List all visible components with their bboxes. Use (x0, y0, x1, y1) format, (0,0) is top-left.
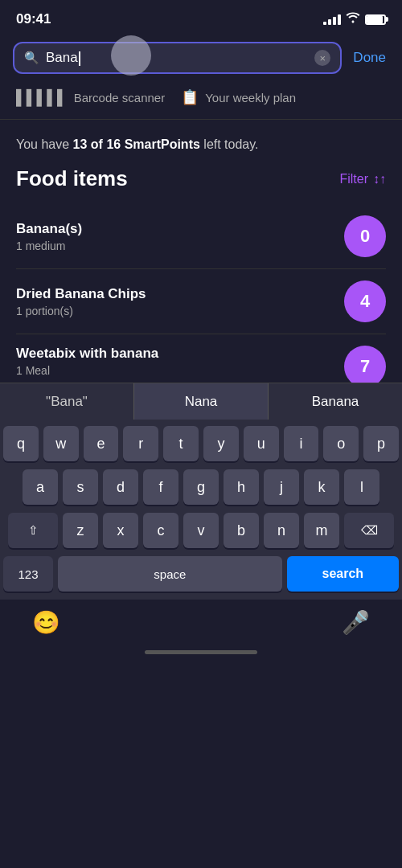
search-input-wrapper[interactable]: 🔍 Bana × (13, 42, 342, 74)
emoji-icon[interactable]: 😊 (32, 609, 60, 636)
key-i[interactable]: i (284, 426, 319, 461)
suggestion-banana[interactable]: Banana (269, 383, 402, 420)
key-o[interactable]: o (323, 426, 359, 461)
done-button[interactable]: Done (350, 47, 389, 69)
food-item-partial[interactable]: Weetabix with banana 1 Meal 7 (16, 334, 386, 383)
weekly-plan-label: Your weekly plan (205, 91, 296, 104)
key-e[interactable]: e (84, 426, 119, 461)
food-item-info: Weetabix with banana 1 Meal (16, 346, 158, 377)
key-n[interactable]: n (264, 513, 299, 548)
suggestion-label: "Bana" (46, 394, 88, 410)
keyboard: q w e r t y u i o p a s d f g h j k l ⇧ … (0, 420, 402, 600)
status-time: 09:41 (16, 11, 51, 27)
key-backspace[interactable]: ⌫ (344, 513, 394, 548)
smartpoints-text-after: left today. (200, 137, 259, 151)
battery-icon (365, 14, 386, 25)
barcode-icon: ▌▌▌▌▌ (16, 89, 68, 106)
food-item-name: Banana(s) (16, 221, 82, 237)
barcode-label: Barcode scanner (74, 91, 165, 104)
suggestion-label: Nana (185, 394, 218, 410)
key-u[interactable]: u (244, 426, 279, 461)
filter-label: Filter (339, 172, 368, 186)
search-text: Bana (46, 50, 78, 65)
signal-icon (323, 14, 341, 25)
barcode-scanner-button[interactable]: ▌▌▌▌▌ Barcode scanner (16, 88, 165, 106)
key-p[interactable]: p (363, 426, 399, 461)
key-f[interactable]: f (143, 469, 178, 505)
key-s[interactable]: s (63, 469, 98, 505)
search-input-value[interactable]: Bana (46, 50, 308, 66)
food-item[interactable]: Dried Banana Chips 1 portion(s) 4 (16, 269, 386, 334)
food-item-detail: 1 portion(s) (16, 305, 146, 317)
food-item-detail: 1 medium (16, 240, 82, 252)
key-space[interactable]: space (58, 556, 282, 592)
bottom-icons-row: 😊 🎤 (0, 609, 402, 636)
food-section: Food items Filter ↕↑ Banana(s) 1 medium … (0, 166, 402, 383)
quick-actions: ▌▌▌▌▌ Barcode scanner 📋 Your weekly plan (0, 80, 402, 120)
food-item-detail: 1 Meal (16, 364, 158, 377)
food-item-points: 0 (344, 215, 386, 257)
filter-button[interactable]: Filter ↕↑ (339, 172, 386, 186)
key-t[interactable]: t (163, 426, 199, 461)
keyboard-row-1: q w e r t y u i o p (3, 426, 399, 461)
key-search[interactable]: search (287, 556, 399, 592)
suggestion-quoted[interactable]: "Bana" (0, 383, 134, 420)
food-item-name: Weetabix with banana (16, 346, 158, 362)
food-item-info: Dried Banana Chips 1 portion(s) (16, 286, 146, 317)
status-icons (323, 12, 386, 27)
key-123[interactable]: 123 (3, 556, 53, 592)
key-y[interactable]: y (203, 426, 239, 461)
suggestion-nana[interactable]: Nana (134, 383, 269, 420)
key-c[interactable]: c (143, 513, 178, 548)
key-g[interactable]: g (183, 469, 219, 505)
key-v[interactable]: v (183, 513, 219, 548)
food-section-title: Food items (16, 166, 128, 191)
smartpoints-text-before: You have (16, 137, 73, 151)
keyboard-suggestions: "Bana" Nana Banana (0, 383, 402, 420)
key-shift[interactable]: ⇧ (8, 513, 58, 548)
search-icon: 🔍 (24, 51, 39, 65)
key-w[interactable]: w (43, 426, 79, 461)
key-m[interactable]: m (304, 513, 339, 548)
key-x[interactable]: x (103, 513, 138, 548)
food-item-points: 4 (344, 280, 386, 322)
food-item[interactable]: Banana(s) 1 medium 0 (16, 204, 386, 269)
keyboard-bottom-row: 123 space search (3, 556, 399, 592)
key-b[interactable]: b (224, 513, 259, 548)
suggestion-label: Banana (312, 394, 359, 410)
key-z[interactable]: z (63, 513, 98, 548)
key-k[interactable]: k (304, 469, 339, 505)
status-bar: 09:41 (0, 0, 402, 35)
plan-icon: 📋 (181, 88, 199, 106)
clear-button[interactable]: × (314, 50, 330, 66)
smartpoints-highlight: 13 of 16 SmartPoints (73, 137, 200, 151)
home-indicator (145, 650, 257, 654)
key-a[interactable]: a (23, 469, 58, 505)
filter-icon: ↕↑ (373, 172, 386, 186)
weekly-plan-button[interactable]: 📋 Your weekly plan (181, 88, 296, 106)
key-l[interactable]: l (344, 469, 379, 505)
food-section-header: Food items Filter ↕↑ (16, 166, 386, 191)
wifi-icon (346, 12, 360, 27)
smartpoints-banner: You have 13 of 16 SmartPoints left today… (0, 120, 402, 166)
keyboard-row-3: ⇧ z x c v b n m ⌫ (3, 513, 399, 548)
food-item-points: 7 (344, 346, 386, 383)
bottom-bar: 😊 🎤 (0, 600, 402, 667)
key-j[interactable]: j (264, 469, 299, 505)
mic-icon[interactable]: 🎤 (342, 609, 370, 636)
key-h[interactable]: h (224, 469, 259, 505)
keyboard-row-2: a s d f g h j k l (3, 469, 399, 505)
food-item-info: Banana(s) 1 medium (16, 221, 82, 252)
search-bar-container: 🔍 Bana × Done (0, 35, 402, 80)
food-item-name: Dried Banana Chips (16, 286, 146, 302)
key-d[interactable]: d (103, 469, 138, 505)
key-r[interactable]: r (123, 426, 158, 461)
key-q[interactable]: q (3, 426, 39, 461)
